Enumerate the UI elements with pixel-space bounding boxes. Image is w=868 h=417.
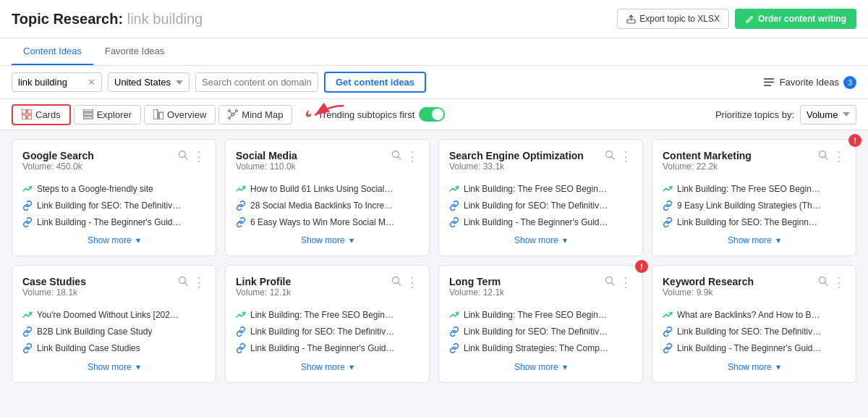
more-icon[interactable]: ⋮ xyxy=(192,276,205,289)
show-more-button[interactable]: Show more ▾ xyxy=(449,235,632,245)
prioritize-select[interactable]: Volume xyxy=(800,105,856,125)
card-actions: ⋮ xyxy=(391,150,419,163)
list-item: 9 Easy Link Building Strategies (That An… xyxy=(663,200,846,212)
chevron-down-icon: ▾ xyxy=(776,235,780,245)
link-icon xyxy=(449,217,459,227)
search-icon[interactable] xyxy=(391,276,401,289)
svg-rect-6 xyxy=(22,115,26,119)
search-icon[interactable] xyxy=(391,150,401,163)
keyword-input[interactable] xyxy=(18,77,83,88)
show-more-button[interactable]: Show more ▾ xyxy=(236,362,419,372)
more-icon[interactable]: ⋮ xyxy=(192,150,205,163)
more-icon[interactable]: ⋮ xyxy=(406,150,419,163)
item-text: How to Build 61 Links Using Social Media xyxy=(250,183,395,195)
card-title: Case Studies xyxy=(22,276,86,287)
trending-toggle[interactable] xyxy=(419,107,445,122)
svg-line-36 xyxy=(825,283,828,286)
search-domain-input[interactable] xyxy=(195,72,318,92)
link-icon xyxy=(663,217,673,227)
item-text: Link Building - The Beginner's Guide to … xyxy=(250,342,395,355)
card-title: Search Engine Optimization xyxy=(449,150,584,161)
more-icon[interactable]: ⋮ xyxy=(833,276,846,289)
svg-rect-11 xyxy=(153,109,158,119)
card-long-term: ! Long Term Volume: 12.1k ⋮ Link Buildin… xyxy=(438,265,643,382)
item-text: 28 Social Media Backlinks To Increase Yo… xyxy=(250,200,395,212)
item-text: Link Building for SEO: The Definitive Gu… xyxy=(464,200,608,212)
show-more-button[interactable]: Show more ▾ xyxy=(22,235,205,245)
show-more-button[interactable]: Show more ▾ xyxy=(236,235,419,245)
trend-icon xyxy=(236,310,246,320)
trend-icon xyxy=(663,184,673,194)
trend-icon xyxy=(22,184,33,194)
card-list: Link Building: The Free SEO Beginner's G… xyxy=(449,309,632,354)
svg-line-26 xyxy=(612,157,615,160)
item-text: 9 Easy Link Building Strategies (That An… xyxy=(677,200,822,212)
list-item: Link Building: The Free SEO Beginner's G… xyxy=(449,183,632,195)
item-text: Link Building - The Beginner's Guide to … xyxy=(677,342,822,355)
search-icon[interactable] xyxy=(178,150,188,163)
card-header: Case Studies Volume: 18.1k ⋮ xyxy=(22,276,205,306)
search-icon[interactable] xyxy=(178,276,188,289)
link-icon xyxy=(236,217,246,227)
card-actions: ⋮ xyxy=(605,150,632,163)
more-icon[interactable]: ⋮ xyxy=(406,276,419,289)
chevron-down-icon: ▾ xyxy=(136,235,140,245)
more-icon[interactable]: ⋮ xyxy=(619,276,632,289)
toggle-knob xyxy=(432,109,443,120)
list-item: Link Building - The Beginner's Guide to … xyxy=(236,342,419,355)
item-text: You're Doomed Without Links [2021 Case S… xyxy=(37,309,182,321)
card-header: Social Media Volume: 110.0k ⋮ xyxy=(236,150,419,180)
view-mindmap-button[interactable]: Mind Map xyxy=(218,105,292,125)
show-more-button[interactable]: Show more ▾ xyxy=(663,362,846,372)
item-text: Link Building: The Free SEO Beginner's G… xyxy=(464,309,608,321)
item-text: Link Building: The Free SEO Beginner's G… xyxy=(677,183,822,195)
card-header: Keyword Research Volume: 9.9k ⋮ xyxy=(663,276,846,306)
card-list: Link Building: The Free SEO Beginner's G… xyxy=(236,309,419,354)
show-more-button[interactable]: Show more ▾ xyxy=(663,235,846,245)
search-icon[interactable] xyxy=(605,150,615,163)
view-explorer-button[interactable]: Explorer xyxy=(74,105,141,125)
search-icon[interactable] xyxy=(605,276,615,289)
show-more-button[interactable]: Show more ▾ xyxy=(449,362,632,372)
order-content-button[interactable]: Order content writing xyxy=(735,9,856,29)
search-icon[interactable] xyxy=(818,276,828,289)
edit-icon xyxy=(745,14,754,24)
more-icon[interactable]: ⋮ xyxy=(619,150,632,163)
list-item: Link Building for SEO: The Definitive Gu… xyxy=(449,326,632,338)
country-select[interactable]: United States xyxy=(108,72,190,92)
keyword-filter: ✕ xyxy=(12,72,102,92)
card-list: Steps to a Google-friendly siteLink Buil… xyxy=(22,183,205,228)
svg-point-13 xyxy=(231,113,234,116)
view-cards-button[interactable]: Cards xyxy=(12,104,71,125)
export-button[interactable]: Export topic to XLSX xyxy=(617,9,729,29)
svg-point-16 xyxy=(229,117,231,119)
tab-favorite-ideas[interactable]: Favorite Ideas xyxy=(93,38,176,65)
item-text: Link Building: The Free SEO Beginner's G… xyxy=(250,309,395,321)
card-volume: Volume: 33.1k xyxy=(449,161,584,172)
card-title-group: Long Term Volume: 12.1k xyxy=(449,276,504,306)
card-actions: ⋮ xyxy=(178,150,205,163)
card-volume: Volume: 12.1k xyxy=(449,287,504,298)
top-actions: Export topic to XLSX Order content writi… xyxy=(617,9,856,29)
filters-bar: ✕ United States Get content ideas Favori… xyxy=(0,66,868,99)
keyword-clear-button[interactable]: ✕ xyxy=(88,77,95,88)
item-text: Link Building for SEO: The Definitive Gu… xyxy=(677,326,822,338)
item-text: B2B Link Building Case Study xyxy=(37,326,152,338)
svg-rect-4 xyxy=(22,109,26,114)
card-title: Google Search xyxy=(22,150,94,161)
more-icon[interactable]: ⋮ xyxy=(833,150,846,163)
trend-icon xyxy=(449,184,459,194)
get-ideas-button[interactable]: Get content ideas xyxy=(324,72,426,93)
card-content-marketing: ! Content Marketing Volume: 22.2k ⋮ Link… xyxy=(652,139,856,256)
view-overview-button[interactable]: Overview xyxy=(144,105,216,125)
show-more-button[interactable]: Show more ▾ xyxy=(22,362,205,372)
list-item: How to Build 61 Links Using Social Media xyxy=(236,183,419,195)
list-item: Link Building for SEO: The Definitive Gu… xyxy=(236,326,419,338)
link-icon xyxy=(236,327,246,337)
top-bar: Topic Research: link building Export top… xyxy=(0,0,868,38)
card-volume: Volume: 110.0k xyxy=(236,161,297,172)
list-item: What are Backlinks? And How to Build The… xyxy=(663,309,846,321)
tab-content-ideas[interactable]: Content Ideas xyxy=(12,38,93,65)
favorite-ideas-filter-button[interactable]: Favorite Ideas 3 xyxy=(764,76,856,89)
search-icon[interactable] xyxy=(818,150,828,163)
